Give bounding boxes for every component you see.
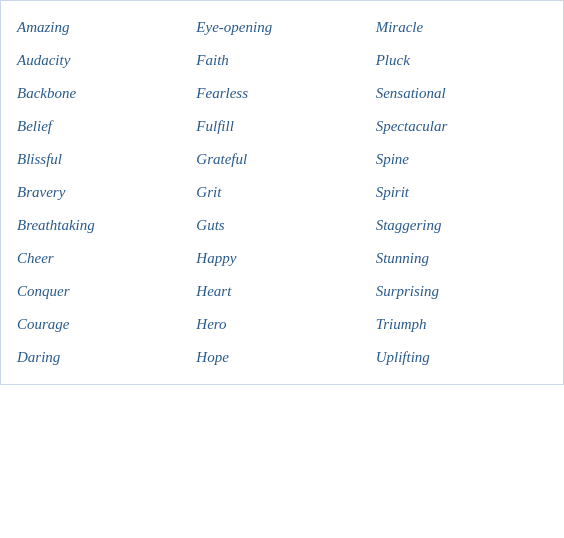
word-item: Hope	[192, 341, 371, 374]
word-item: Happy	[192, 242, 371, 275]
word-item: Eye-opening	[192, 11, 371, 44]
word-item: Triumph	[372, 308, 551, 341]
word-item: Blissful	[13, 143, 192, 176]
word-item: Daring	[13, 341, 192, 374]
word-item: Spectacular	[372, 110, 551, 143]
word-item: Guts	[192, 209, 371, 242]
word-item: Hero	[192, 308, 371, 341]
word-item: Surprising	[372, 275, 551, 308]
word-column-col2: Eye-openingFaithFearlessFulfillGratefulG…	[192, 11, 371, 374]
word-column-col3: MiraclePluckSensationalSpectacularSpineS…	[372, 11, 551, 374]
word-item: Audacity	[13, 44, 192, 77]
word-item: Spine	[372, 143, 551, 176]
word-item: Heart	[192, 275, 371, 308]
word-item: Conquer	[13, 275, 192, 308]
word-item: Sensational	[372, 77, 551, 110]
word-item: Stunning	[372, 242, 551, 275]
word-item: Belief	[13, 110, 192, 143]
word-item: Courage	[13, 308, 192, 341]
word-item: Backbone	[13, 77, 192, 110]
word-item: Staggering	[372, 209, 551, 242]
word-item: Grateful	[192, 143, 371, 176]
word-item: Pluck	[372, 44, 551, 77]
word-grid: AmazingAudacityBackboneBeliefBlissfulBra…	[0, 0, 564, 385]
word-item: Miracle	[372, 11, 551, 44]
word-item: Bravery	[13, 176, 192, 209]
word-item: Fulfill	[192, 110, 371, 143]
word-item: Cheer	[13, 242, 192, 275]
word-item: Faith	[192, 44, 371, 77]
word-item: Spirit	[372, 176, 551, 209]
word-item: Breathtaking	[13, 209, 192, 242]
word-item: Grit	[192, 176, 371, 209]
word-item: Fearless	[192, 77, 371, 110]
word-column-col1: AmazingAudacityBackboneBeliefBlissfulBra…	[13, 11, 192, 374]
word-item: Uplifting	[372, 341, 551, 374]
word-item: Amazing	[13, 11, 192, 44]
